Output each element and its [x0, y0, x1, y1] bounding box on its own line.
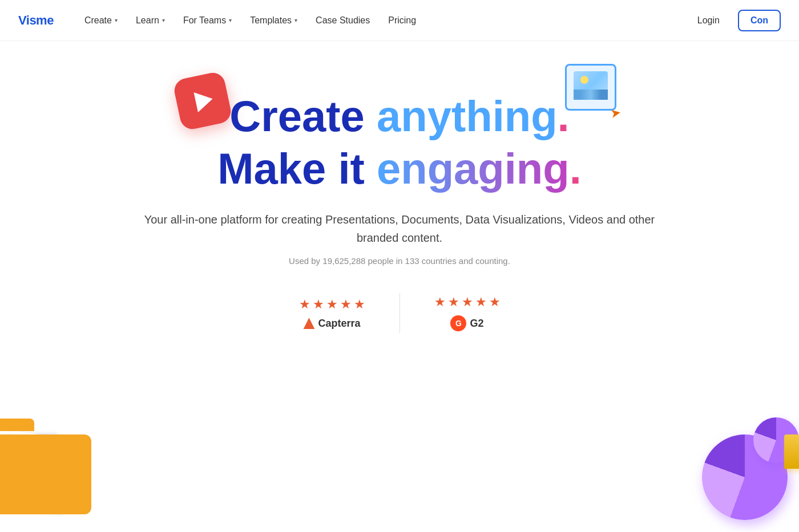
star-4: ★	[475, 295, 487, 310]
star-half: ★	[489, 295, 501, 310]
hero-word-create: Create	[229, 92, 365, 140]
hero-title-line2: Make it engaging.	[143, 145, 656, 193]
nav-right: Login Con	[688, 10, 781, 31]
chevron-down-icon: ▾	[229, 17, 232, 23]
hero-content: Create anything. Make it engaging. Your …	[143, 92, 656, 333]
nav-item-for-teams[interactable]: For Teams ▾	[175, 11, 240, 30]
login-button[interactable]: Login	[688, 11, 729, 30]
nav-item-case-studies[interactable]: Case Studies	[308, 11, 378, 30]
star-3: ★	[462, 295, 473, 310]
capterra-stars: ★ ★ ★ ★ ★	[299, 297, 365, 312]
hero-dot1: .	[558, 92, 570, 140]
star-4: ★	[340, 297, 352, 312]
star-3: ★	[326, 297, 338, 312]
chevron-down-icon: ▾	[162, 17, 165, 23]
hero-section: ➤ Create anything. Make it	[0, 41, 799, 531]
nav-item-learn[interactable]: Learn ▾	[128, 11, 173, 30]
contact-button[interactable]: Con	[738, 10, 781, 31]
rating-g2: ★ ★ ★ ★ ★ G G2	[400, 295, 535, 331]
chart-wrap	[702, 417, 799, 520]
g2-logo: G G2	[450, 315, 483, 331]
rating-capterra: ★ ★ ★ ★ ★ Capterra	[265, 297, 400, 330]
hero-subtitle: Your all-in-one platform for creating Pr…	[143, 210, 656, 247]
chart-floating-icon	[702, 417, 799, 520]
star-half: ★	[354, 297, 365, 312]
star-2: ★	[448, 295, 459, 310]
nav-label-create: Create	[84, 15, 112, 26]
capterra-label: Capterra	[318, 318, 360, 330]
hero-title-line1: Create anything.	[143, 92, 656, 140]
folder-floating-icon	[0, 412, 103, 514]
g2-icon: G	[450, 315, 466, 331]
folder-body	[0, 434, 91, 514]
nav-item-create[interactable]: Create ▾	[76, 11, 126, 30]
g2-stars: ★ ★ ★ ★ ★	[434, 295, 501, 310]
folder-wrap	[0, 412, 103, 514]
hero-dot2: .	[570, 144, 582, 193]
nav-label-case-studies: Case Studies	[316, 15, 370, 26]
folder-tab	[0, 419, 34, 431]
nav-label-for-teams: For Teams	[183, 15, 226, 26]
hero-word-make: Make it	[217, 144, 365, 193]
chart-bar	[784, 434, 799, 469]
star-1: ★	[434, 295, 446, 310]
nav-label-learn: Learn	[136, 15, 159, 26]
g2-label: G2	[470, 318, 483, 330]
nav-label-pricing: Pricing	[388, 15, 416, 26]
capterra-logo: Capterra	[303, 318, 360, 330]
star-1: ★	[299, 297, 310, 312]
navigation: Visme Create ▾ Learn ▾ For Teams ▾ Templ…	[0, 0, 799, 41]
logo[interactable]: Visme	[18, 13, 54, 28]
nav-label-templates: Templates	[250, 15, 292, 26]
hero-word-anything-text: anything	[377, 92, 558, 140]
ratings-row: ★ ★ ★ ★ ★ Capterra ★ ★ ★ ★ ★	[143, 293, 656, 333]
hero-word-engaging: engaging	[377, 144, 570, 193]
hero-stats: Used by 19,625,288 people in 133 countri…	[143, 256, 656, 266]
chevron-down-icon: ▾	[294, 17, 297, 23]
chevron-down-icon: ▾	[115, 17, 118, 23]
star-2: ★	[313, 297, 324, 312]
nav-item-pricing[interactable]: Pricing	[380, 11, 424, 30]
capterra-icon	[303, 318, 314, 329]
nav-item-templates[interactable]: Templates ▾	[242, 11, 305, 30]
nav-items: Create ▾ Learn ▾ For Teams ▾ Templates ▾…	[76, 11, 688, 30]
